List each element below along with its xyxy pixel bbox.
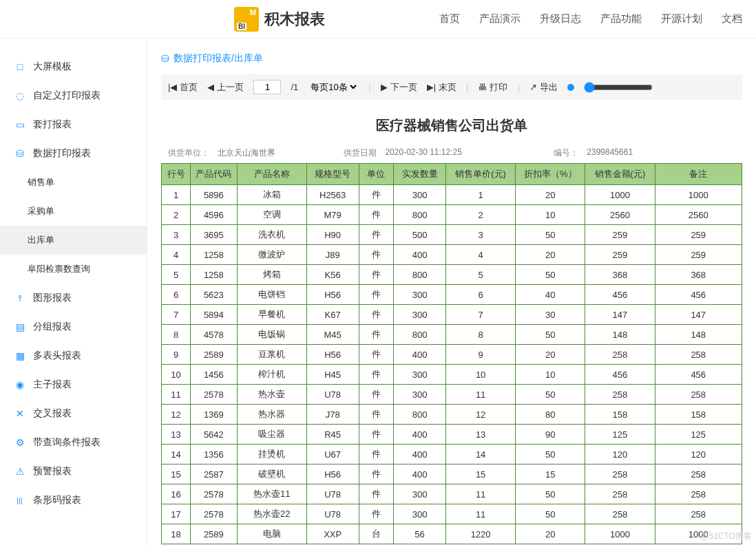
last-page-button[interactable]: ▶|末页 xyxy=(427,81,456,94)
table-cell: 10 xyxy=(516,205,585,225)
next-page-button[interactable]: ▶下一页 xyxy=(381,81,417,94)
table-cell: R45 xyxy=(306,425,359,445)
table-cell: 4578 xyxy=(191,325,237,345)
sidebar-item[interactable]: ▭套打报表 xyxy=(0,110,147,139)
prev-page-button[interactable]: ◀上一页 xyxy=(207,81,244,94)
sidebar-item[interactable]: ▤分组报表 xyxy=(0,312,147,341)
table-cell: 2 xyxy=(162,205,191,225)
table-cell: 15 xyxy=(516,464,585,484)
topmenu-demo[interactable]: 产品演示 xyxy=(479,12,521,25)
table-cell: 500 xyxy=(394,225,446,245)
table-cell: 258 xyxy=(585,484,655,504)
sidebar-item[interactable]: 阜阳检票数查询 xyxy=(0,255,147,284)
table-cell: 800 xyxy=(394,265,446,285)
topmenu-docs[interactable]: 文档 xyxy=(722,12,742,25)
export-button[interactable]: ↗导出 xyxy=(529,81,558,94)
column-header: 行号 xyxy=(162,164,191,185)
column-header: 产品名称 xyxy=(237,164,306,185)
topmenu-home[interactable]: 首页 xyxy=(439,12,460,25)
watermark: @51CTO博客 xyxy=(700,531,752,542)
per-page-select[interactable]: 每页10条 xyxy=(308,81,359,93)
sidebar-item[interactable]: ◌自定义打印报表 xyxy=(0,81,147,110)
table-cell: 30 xyxy=(516,305,585,325)
table-cell: K67 xyxy=(306,305,359,325)
column-header: 销售单价(元) xyxy=(446,164,516,185)
table-cell: 洗衣机 xyxy=(237,225,306,245)
table-cell: 258 xyxy=(585,504,655,524)
sidebar-item[interactable]: ▦多表头报表 xyxy=(0,341,147,370)
table-cell: 烤箱 xyxy=(237,265,306,285)
table-row: 24596空调M79件80021025602560 xyxy=(162,205,742,225)
sidebar-item-label: 出库单 xyxy=(28,234,54,246)
sidebar-icon: ⛁ xyxy=(14,147,26,160)
sidebar-item-label: 主子报表 xyxy=(33,378,72,391)
sidebar-item[interactable]: ⫼条形码报表 xyxy=(0,486,147,515)
table-cell: 2589 xyxy=(191,345,237,365)
table-cell: 12 xyxy=(446,405,516,425)
table-cell: H56 xyxy=(306,345,359,365)
table-cell: 5642 xyxy=(191,425,237,445)
supplier-label: 供货单位： xyxy=(168,147,209,159)
sidebar-item[interactable]: □大屏模板 xyxy=(0,52,147,81)
table-cell: 158 xyxy=(585,405,655,425)
export-icon: ↗ xyxy=(529,82,537,92)
table-cell: 2560 xyxy=(585,205,655,225)
table-cell: 1000 xyxy=(655,185,742,205)
table-cell: 件 xyxy=(359,484,394,504)
table-cell: 259 xyxy=(585,225,655,245)
sidebar-item-label: 分组报表 xyxy=(33,321,72,333)
table-cell: 13 xyxy=(446,425,516,445)
table-cell: 4 xyxy=(162,245,191,265)
topmenu-features[interactable]: 产品功能 xyxy=(600,12,642,25)
table-cell: 400 xyxy=(394,445,446,464)
table-cell: 259 xyxy=(585,245,655,265)
table-cell: 8 xyxy=(446,325,516,345)
table-cell: M79 xyxy=(306,205,359,225)
topmenu-opensource[interactable]: 开源计划 xyxy=(661,12,702,25)
sidebar-icon: □ xyxy=(14,61,26,73)
table-cell: 259 xyxy=(655,225,742,245)
table-cell: 1000 xyxy=(585,524,655,544)
sidebar-item[interactable]: ⚠预警报表 xyxy=(0,457,147,486)
table-cell: 件 xyxy=(359,225,394,245)
code-value: 2399845661 xyxy=(587,147,633,159)
table-cell: J78 xyxy=(306,405,359,425)
sidebar-item[interactable]: 出库单 xyxy=(0,226,147,255)
column-header: 销售金额(元) xyxy=(585,164,655,185)
table-cell: 368 xyxy=(655,265,742,285)
column-header: 单位 xyxy=(359,164,394,185)
sidebar-item[interactable]: 销售单 xyxy=(0,168,147,197)
table-cell: 热水壶 xyxy=(237,385,306,405)
table-cell: 50 xyxy=(516,225,585,245)
sidebar-item[interactable]: ✕交叉报表 xyxy=(0,399,147,428)
table-cell: 456 xyxy=(585,365,655,385)
first-page-button[interactable]: |◀首页 xyxy=(168,81,198,94)
sidebar-item-label: 自定义打印报表 xyxy=(33,89,101,102)
topmenu-changelog[interactable]: 升级日志 xyxy=(540,12,581,25)
column-header: 备注 xyxy=(655,164,742,185)
table-cell: 11 xyxy=(446,504,516,524)
table-cell: 300 xyxy=(394,504,446,524)
sidebar-icon: ⚙ xyxy=(14,436,26,449)
table-cell: 1456 xyxy=(191,365,237,385)
sidebar-item[interactable]: ◉主子报表 xyxy=(0,370,147,399)
table-cell: 40 xyxy=(516,285,585,305)
sidebar-item[interactable]: ⫯图形报表 xyxy=(0,284,147,312)
table-cell: 台 xyxy=(359,524,394,544)
table-cell: 冰箱 xyxy=(237,185,306,205)
table-cell: 4596 xyxy=(191,205,237,225)
table-cell: 158 xyxy=(655,405,742,425)
table-cell: H90 xyxy=(306,225,359,245)
table-cell: 258 xyxy=(585,464,655,484)
sidebar-item-label: 销售单 xyxy=(28,176,54,189)
table-cell: 11 xyxy=(162,385,191,405)
table-cell: U78 xyxy=(306,385,359,405)
table-cell: 300 xyxy=(394,185,446,205)
sidebar-item[interactable]: ⚙带查询条件报表 xyxy=(0,428,147,457)
sidebar-item[interactable]: ⛁数据打印报表 xyxy=(0,139,147,168)
page-input[interactable] xyxy=(253,80,281,94)
zoom-slider[interactable] xyxy=(584,82,653,93)
print-button[interactable]: 🖶打印 xyxy=(478,81,507,94)
table-cell: 258 xyxy=(655,385,742,405)
sidebar-item[interactable]: 采购单 xyxy=(0,197,147,226)
